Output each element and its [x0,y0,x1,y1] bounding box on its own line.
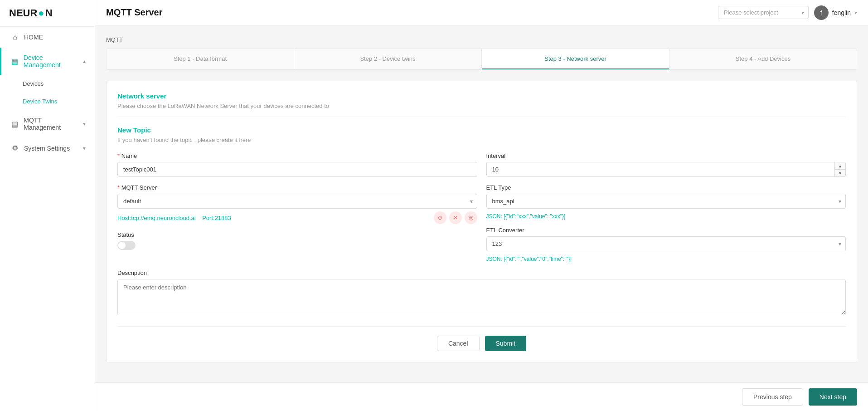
step1-label: Step 1 - Data format [174,55,227,62]
content-area: MQTT Step 1 - Data format Step 2 - Devic… [95,25,868,382]
footer: Previous step Next step [95,382,868,411]
network-server-title: Network server [117,92,846,100]
host-action-2[interactable]: ✕ [449,211,462,224]
interval-spinners: ▲ ▼ [834,162,845,176]
user-name: fenglin [832,9,851,16]
spinner-up-button[interactable]: ▲ [835,162,845,170]
page-title: MQTT Server [106,7,162,18]
interval-label: Interval [486,152,846,159]
sidebar-item-device-management[interactable]: ▤ Device Management ▴ [0,48,95,75]
sidebar: NEUR●N ⌂ HOME ▤ Device Management ▴ Devi… [0,0,95,411]
submit-button[interactable]: Submit [485,336,527,351]
step1-tab[interactable]: Step 1 - Data format [107,49,294,69]
etl-type-label: ETL Type [486,184,846,191]
form-left: Name MQTT Server default Host:tcp:// [117,152,477,262]
mqtt-server-select[interactable]: default [117,194,477,209]
step2-label: Step 2 - Device twins [360,55,415,62]
step4-tab[interactable]: Step 4 - Add Devices [669,49,857,69]
interval-group: Interval ▲ ▼ [486,152,846,177]
logo-text: NEUR [9,7,37,19]
chevron-down-icon: ▾ [83,121,86,127]
step4-label: Step 4 - Add Devices [736,55,790,62]
cancel-button[interactable]: Cancel [437,336,480,351]
host-action-3[interactable]: ◎ [465,211,477,224]
home-icon: ⌂ [10,33,19,41]
user-chevron-icon: ▾ [854,10,857,16]
mqtt-icon: ▤ [10,120,19,128]
etl-type-json-preview: JSON: [{"id":"xxx","value": "xxx"}] [486,213,846,220]
name-label: Name [117,152,477,159]
etl-converter-select-wrapper[interactable]: 123 [486,236,846,251]
network-server-description: Please choose the LoRaWAN Network Server… [117,103,846,117]
interval-input-wrapper: ▲ ▼ [486,162,846,177]
name-input[interactable] [117,162,477,177]
step2-tab[interactable]: Step 2 - Device twins [294,49,482,69]
status-label: Status [117,231,477,238]
etl-type-select-wrapper[interactable]: bms_api [486,194,846,209]
host-text: Host:tcp://emq.neuroncloud.ai Port:21883 [117,215,231,221]
etl-converter-json-preview: JSON: [{"id":"","value":"0","time":""}] [486,256,846,262]
description-group: Description [117,269,846,315]
sidebar-item-label: MQTT Management [24,117,78,131]
mqtt-server-select-wrapper[interactable]: default [117,194,477,209]
sidebar-item-label: HOME [24,34,43,41]
devices-label: Devices [23,80,44,87]
new-topic-title: New Topic [117,126,846,134]
app-logo: NEUR●N [0,0,95,27]
mqtt-server-label: MQTT Server [117,184,477,191]
device-twins-label: Device Twins [23,98,57,105]
project-select-wrapper[interactable]: Please select project [718,6,809,19]
sidebar-item-devices[interactable]: Devices [0,75,95,93]
sidebar-item-home[interactable]: ⌂ HOME [0,27,95,48]
form-grid: Name MQTT Server default Host:tcp:// [117,152,846,262]
name-group: Name [117,152,477,177]
spinner-down-button[interactable]: ▼ [835,170,845,176]
sidebar-item-label: System Settings [24,145,70,152]
description-textarea[interactable] [117,279,846,315]
status-toggle[interactable] [117,241,136,250]
mqtt-server-group: MQTT Server default Host:tcp://emq.neuro… [117,184,477,224]
etl-type-select[interactable]: bms_api [486,194,846,209]
chevron-up-icon: ▴ [83,58,86,64]
device-management-icon: ▤ [10,57,19,66]
avatar-initial: f [820,9,822,16]
sidebar-item-label: Device Management [24,54,78,68]
host-info: Host:tcp://emq.neuroncloud.ai Port:21883… [117,211,477,224]
avatar: f [814,5,829,20]
previous-step-button[interactable]: Previous step [742,388,803,406]
description-label: Description [117,269,846,276]
settings-icon: ⚙ [10,144,19,152]
logo-n: N [45,7,53,19]
main-content: MQTT Server Please select project f feng… [95,0,868,411]
step3-tab[interactable]: Step 3 - Network server [482,49,669,69]
form-card: Network server Please choose the LoRaWAN… [106,81,857,362]
etl-converter-select[interactable]: 123 [486,236,846,251]
chevron-down-icon: ▾ [83,145,86,152]
sidebar-item-system-settings[interactable]: ⚙ System Settings ▾ [0,137,95,159]
header-right: Please select project f fenglin ▾ [718,5,857,20]
header: MQTT Server Please select project f feng… [95,0,868,25]
status-group: Status [117,231,477,250]
next-step-button[interactable]: Next step [809,388,857,406]
etl-type-group: ETL Type bms_api JSON: [{"id":"xxx","val… [486,184,846,220]
mqtt-label: MQTT [106,36,857,43]
interval-input[interactable] [486,162,846,177]
form-actions: Cancel Submit [117,326,846,351]
sidebar-item-device-twins[interactable]: Device Twins [0,93,95,110]
step3-label: Step 3 - Network server [544,55,606,62]
logo-dot: ● [38,7,44,19]
host-actions: ⊙ ✕ ◎ [434,211,477,224]
new-topic-description: If you haven't found the topic , please … [117,137,846,143]
host-action-1[interactable]: ⊙ [434,211,446,224]
etl-converter-group: ETL Converter 123 JSON: [{"id":"","value… [486,227,846,262]
etl-converter-label: ETL Converter [486,227,846,234]
steps-nav: Step 1 - Data format Step 2 - Device twi… [106,49,857,70]
project-select[interactable]: Please select project [718,6,809,19]
user-info[interactable]: f fenglin ▾ [814,5,857,20]
sidebar-item-mqtt-management[interactable]: ▤ MQTT Management ▾ [0,110,95,137]
form-right: Interval ▲ ▼ ETL Type [486,152,846,262]
